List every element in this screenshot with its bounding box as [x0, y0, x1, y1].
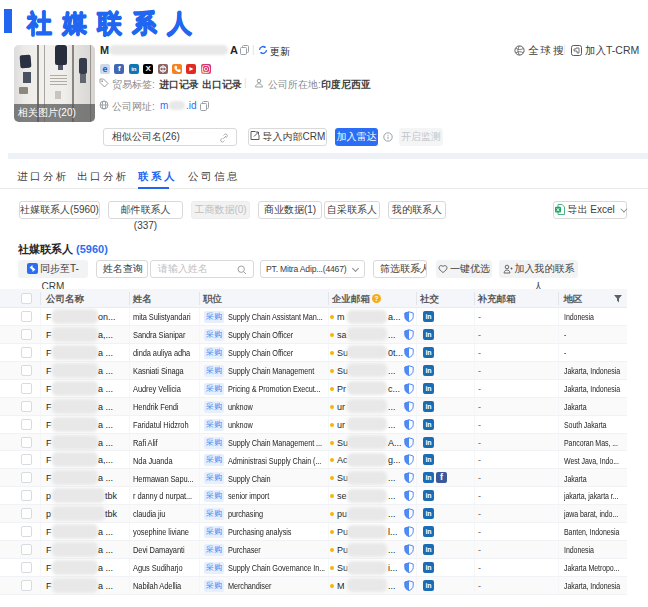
svg-text:?: ? [375, 295, 379, 302]
